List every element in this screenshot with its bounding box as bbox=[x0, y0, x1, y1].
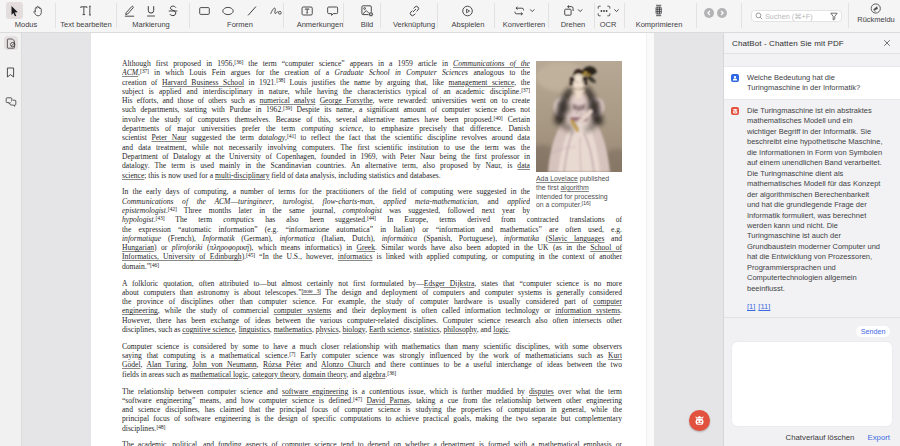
text-line: Computer science is considered by some t… bbox=[122, 342, 622, 351]
toolbar-group-label: Verknüpfung bbox=[393, 21, 435, 29]
text-line: principal focus of software engineering … bbox=[122, 414, 622, 423]
add-link-button[interactable] bbox=[406, 2, 423, 19]
underline-icon bbox=[146, 5, 157, 17]
text-line: and science disciplines, has claimed tha… bbox=[122, 405, 622, 414]
text-line: subject is applied and interdisciplinary… bbox=[122, 87, 530, 96]
convert-button[interactable] bbox=[513, 2, 527, 19]
search-input[interactable] bbox=[765, 12, 830, 21]
figure-ada-lovelace: Ada Lovelace publishedthe first algorith… bbox=[536, 59, 622, 210]
close-icon bbox=[883, 39, 891, 47]
toolbar-icon-row bbox=[359, 0, 376, 21]
toolbar: Modus Text bearbeiten bbox=[0, 0, 900, 33]
highlight-button[interactable] bbox=[123, 2, 136, 19]
export-chat-button[interactable]: Export bbox=[867, 433, 890, 442]
scribble-shape-button[interactable] bbox=[268, 2, 285, 19]
pdf-editor-app: Modus Text bearbeiten bbox=[0, 0, 900, 446]
text-line: A folkloric quotation, often attributed … bbox=[122, 279, 622, 288]
toolbar-icon-row bbox=[123, 0, 180, 21]
feedback-button[interactable]: Rückmeldu bbox=[857, 3, 895, 24]
toolbar-icon-row bbox=[513, 0, 536, 21]
assistant-message-references: [1][11] bbox=[747, 295, 883, 313]
underline-button[interactable] bbox=[145, 2, 158, 19]
send-button[interactable]: Senden bbox=[856, 326, 890, 337]
compress-button[interactable] bbox=[651, 2, 668, 19]
toolbar-separator bbox=[848, 3, 849, 28]
edit-text-button[interactable] bbox=[77, 2, 94, 19]
clear-chat-button[interactable]: Chatverlauf löschen bbox=[786, 433, 855, 442]
text-line: creation of Harvard Business School in 1… bbox=[122, 78, 530, 87]
strikethrough-button[interactable] bbox=[167, 2, 180, 19]
cursor-tool-button[interactable] bbox=[6, 2, 23, 19]
strikethrough-icon bbox=[168, 5, 179, 17]
feedback-label: Rückmeldu bbox=[857, 16, 895, 24]
hand-tool-button[interactable] bbox=[29, 2, 46, 19]
robot-icon bbox=[732, 108, 738, 114]
user-avatar-icon bbox=[731, 74, 739, 82]
previous-page-button[interactable] bbox=[704, 8, 714, 18]
chat-input[interactable] bbox=[731, 341, 893, 427]
toolbar-separator bbox=[741, 3, 742, 28]
toolbar-group-convert: Konvertieren bbox=[503, 0, 546, 32]
sidebar-comments-button[interactable] bbox=[4, 95, 18, 109]
text-line: on a computer.[16] bbox=[536, 201, 622, 210]
paragraph: Ada Lovelace publishedthe first algorith… bbox=[536, 175, 622, 210]
chevron-right-icon bbox=[719, 10, 725, 16]
paragraph: A folkloric quotation, often attributed … bbox=[122, 279, 622, 335]
toolbar-icon-row bbox=[196, 0, 285, 21]
toolbar-group-label: Drehen bbox=[561, 21, 586, 29]
pdf-page[interactable]: Ada Lovelace publishedthe first algorith… bbox=[91, 33, 646, 446]
chat-messages: Welche Bedeutung hat die Turingmaschine … bbox=[724, 54, 900, 317]
sidebar-thumbnails-button[interactable] bbox=[4, 36, 18, 50]
ocr-button[interactable] bbox=[596, 2, 611, 19]
text-line: informatique (French), Informatik (Germa… bbox=[122, 234, 622, 243]
chatbot-panel: ChatBot - Chatten Sie mit PDF Welche Bed… bbox=[723, 33, 900, 446]
close-chatbot-button[interactable] bbox=[882, 38, 892, 48]
text-line: involve the study of computers themselve… bbox=[122, 115, 530, 124]
text-line: ACM,[37] in which Louis Fein argues for … bbox=[122, 68, 530, 77]
text-line: His efforts, and those of others such as… bbox=[122, 96, 530, 105]
toolbar-group-label: Komprimieren bbox=[636, 21, 683, 29]
insert-image-button[interactable] bbox=[359, 2, 376, 19]
next-page-button[interactable] bbox=[717, 8, 727, 18]
toolbar-separator bbox=[343, 3, 344, 28]
page-thumbnails-icon bbox=[6, 38, 16, 49]
reference-link[interactable]: [1] bbox=[747, 302, 755, 311]
toolbar-separator bbox=[624, 3, 625, 28]
text-line: disciplines.[48] bbox=[122, 424, 622, 433]
document-scrollbar[interactable] bbox=[646, 33, 654, 446]
toolbar-separator bbox=[696, 3, 697, 28]
sidebar-bookmarks-button[interactable] bbox=[4, 65, 18, 79]
text-line: However, there has been exchange of idea… bbox=[122, 316, 622, 325]
ellipse-shape-button[interactable] bbox=[220, 2, 237, 19]
chat-compose-area: Senden Chatverlauf löschen Export bbox=[724, 317, 900, 446]
rectangle-shape-button[interactable] bbox=[196, 2, 213, 19]
text-line: domain.”[46] bbox=[122, 262, 622, 271]
chevron-left-icon bbox=[706, 10, 712, 16]
toolbar-group-label: OCR bbox=[600, 21, 617, 29]
toolbar-icon-row bbox=[651, 0, 668, 21]
comment-annotation-button[interactable] bbox=[324, 2, 341, 19]
reference-link[interactable]: [11] bbox=[758, 302, 770, 311]
rotate-button[interactable] bbox=[562, 2, 575, 19]
text-line: “software engineering” means, and how co… bbox=[122, 396, 622, 405]
left-sidebar bbox=[0, 33, 22, 446]
toolbar-group-label: Bild bbox=[361, 21, 374, 29]
toolbar-group-label: Markierung bbox=[132, 21, 170, 29]
text-line: datalogy. The term is used mainly in the… bbox=[122, 161, 530, 170]
scribble-icon bbox=[270, 5, 283, 17]
rotate-icon bbox=[562, 5, 574, 17]
toolbar-group-compress: Komprimieren bbox=[636, 0, 683, 32]
toolbar-separator bbox=[380, 3, 381, 28]
toolbar-group-text-edit: Text bearbeiten bbox=[60, 0, 111, 32]
filter-icon[interactable] bbox=[830, 12, 838, 21]
line-shape-button[interactable] bbox=[244, 2, 261, 19]
toolbar-group-shapes: Formen bbox=[196, 0, 285, 32]
chatbot-header: ChatBot - Chatten Sie mit PDF bbox=[724, 33, 900, 54]
chevron-down-icon bbox=[529, 7, 536, 14]
text-annotation-button[interactable] bbox=[299, 2, 316, 19]
play-button[interactable] bbox=[459, 2, 476, 19]
search-icon bbox=[755, 12, 763, 20]
toolbar-group-link: Verknüpfung bbox=[393, 0, 435, 32]
chatbot-floating-button[interactable] bbox=[689, 410, 710, 431]
paragraph: The academic, political, and funding asp… bbox=[122, 440, 622, 446]
